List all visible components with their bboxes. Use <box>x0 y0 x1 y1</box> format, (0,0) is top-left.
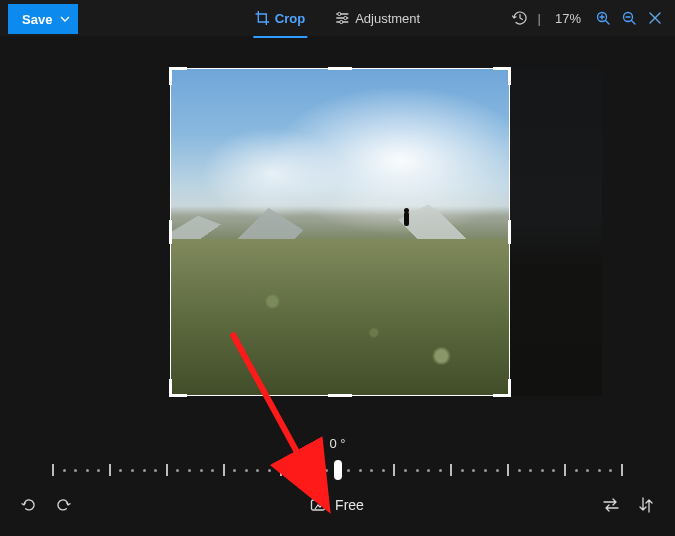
bottom-button-row: Free <box>0 495 675 515</box>
rotation-angle-label: 0 ° <box>0 436 675 451</box>
flip-horizontal-button[interactable] <box>601 496 621 514</box>
rotation-slider[interactable] <box>52 459 623 481</box>
crop-handle-bl[interactable] <box>169 379 187 397</box>
photo-person <box>404 212 409 226</box>
crop-handle-tr[interactable] <box>493 67 511 85</box>
zoom-level[interactable]: 17% <box>551 11 585 26</box>
close-icon <box>647 10 663 26</box>
crop-handle-br[interactable] <box>493 379 511 397</box>
chevron-down-icon <box>60 14 70 24</box>
aspect-ratio-button[interactable]: Free <box>72 496 601 514</box>
svg-point-0 <box>338 12 341 15</box>
save-button-label: Save <box>22 12 52 27</box>
sliders-icon <box>335 11 349 25</box>
mode-tabs: Crop Adjustment <box>255 0 420 36</box>
crop-frame[interactable] <box>170 68 510 396</box>
rotate-ccw-button[interactable] <box>20 496 38 514</box>
flip-horizontal-icon <box>601 496 621 514</box>
photo-ground <box>171 239 509 395</box>
crop-handle-bottom[interactable] <box>328 394 352 397</box>
tab-adjustment-label: Adjustment <box>355 11 420 26</box>
save-button[interactable]: Save <box>8 4 78 34</box>
history-icon <box>512 10 528 26</box>
history-button[interactable] <box>512 10 528 26</box>
rotate-ccw-icon <box>20 496 38 514</box>
flip-vertical-icon <box>637 495 655 515</box>
tab-crop[interactable]: Crop <box>255 0 305 36</box>
close-button[interactable] <box>647 10 663 26</box>
bottom-controls: 0 ° <box>0 430 675 536</box>
zoom-in-button[interactable] <box>595 10 611 26</box>
top-toolbar: Save Crop Adjustment | 17% <box>0 0 675 36</box>
zoom-out-icon <box>621 10 637 26</box>
crop-handle-right[interactable] <box>508 220 511 244</box>
crop-handle-left[interactable] <box>169 220 172 244</box>
rotate-cw-icon <box>54 496 72 514</box>
tab-crop-label: Crop <box>275 11 305 26</box>
zoom-in-icon <box>595 10 611 26</box>
crop-handle-top[interactable] <box>328 67 352 70</box>
crop-handle-tl[interactable] <box>169 67 187 85</box>
svg-point-2 <box>340 20 343 23</box>
crop-icon <box>255 11 269 25</box>
aspect-ratio-label: Free <box>335 497 364 513</box>
rotate-cw-button[interactable] <box>54 496 72 514</box>
rotation-slider-knob[interactable] <box>334 460 342 480</box>
zoom-out-button[interactable] <box>621 10 637 26</box>
tab-adjustment[interactable]: Adjustment <box>335 0 420 36</box>
canvas-area <box>0 36 675 430</box>
svg-point-1 <box>344 16 347 19</box>
right-tools: | 17% <box>512 10 675 26</box>
aspect-ratio-icon <box>309 496 327 514</box>
flip-vertical-button[interactable] <box>637 495 655 515</box>
toolbar-divider: | <box>538 11 541 26</box>
